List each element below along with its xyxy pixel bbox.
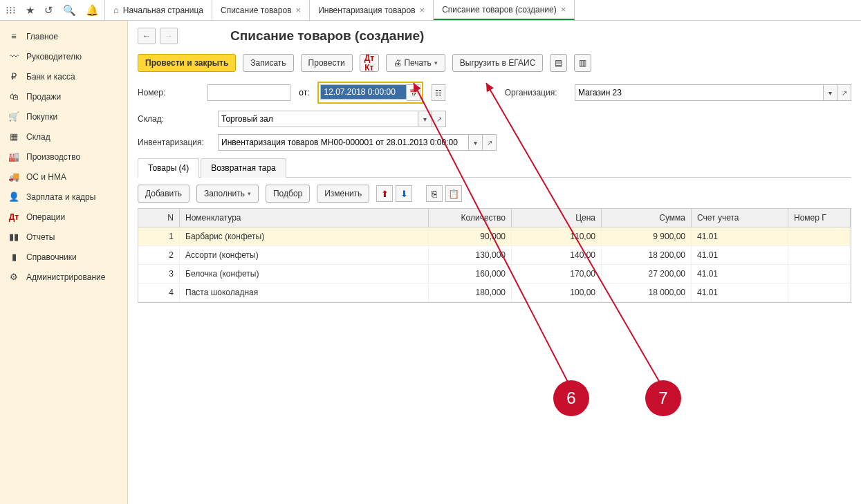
warehouse-input[interactable] bbox=[218, 111, 418, 127]
sidebar-item-label: Главное bbox=[26, 32, 58, 41]
search-icon[interactable]: 🔍 bbox=[63, 4, 76, 17]
nav-forward-button[interactable]: → bbox=[160, 28, 178, 44]
cell-acc: 41.01 bbox=[692, 283, 788, 301]
sidebar-item-purchases[interactable]: 🛒Покупки bbox=[0, 106, 127, 127]
inventory-dropdown-button[interactable]: ▾ bbox=[469, 134, 483, 151]
bag-icon: 🛍 bbox=[8, 91, 19, 102]
edit-button[interactable]: Изменить bbox=[317, 185, 369, 203]
cell-acc: 41.01 bbox=[692, 227, 788, 245]
nav-back-button[interactable]: ← bbox=[138, 28, 156, 44]
inventory-open-button[interactable]: ↗ bbox=[483, 134, 497, 151]
egais-button[interactable]: Выгрузить в ЕГАИС bbox=[452, 54, 544, 72]
sidebar-item-operations[interactable]: ДтОперации bbox=[0, 207, 127, 227]
cell-qty: 160,000 bbox=[429, 265, 512, 283]
cell-sum: 18 200,00 bbox=[602, 246, 692, 264]
org-label: Организация: bbox=[505, 88, 571, 97]
cart-icon: 🛒 bbox=[8, 111, 19, 122]
number-input[interactable] bbox=[207, 84, 290, 101]
sidebar-item-label: ОС и НМА bbox=[26, 172, 66, 182]
move-up-button[interactable]: ⬆ bbox=[376, 185, 393, 202]
sidebar-item-assets[interactable]: 🚚ОС и НМА bbox=[0, 167, 127, 187]
person-icon: 👤 bbox=[8, 192, 19, 202]
tab-writeoff-create[interactable]: Списание товаров (создание) × bbox=[434, 0, 575, 20]
dtk-button[interactable]: ДтКт bbox=[360, 54, 379, 72]
printer-icon: 🖨 bbox=[394, 58, 402, 68]
close-icon[interactable]: × bbox=[296, 5, 302, 15]
col-gtd-header[interactable]: Номер Г bbox=[788, 209, 851, 227]
cell-sum: 18 000,00 bbox=[602, 283, 692, 301]
sidebar-item-main[interactable]: ≡Главное bbox=[0, 26, 127, 46]
sidebar-item-label: Банк и касса bbox=[26, 72, 75, 82]
gear-icon: ⚙ bbox=[8, 272, 19, 282]
fill-button[interactable]: Заполнить▾ bbox=[196, 185, 259, 203]
sidebar-item-label: Зарплата и кадры bbox=[26, 192, 95, 202]
apps-icon[interactable]: ⁝⁝⁝ bbox=[6, 4, 16, 17]
print-button[interactable]: 🖨 Печать▾ bbox=[386, 54, 445, 72]
paste-button[interactable]: 📋 bbox=[445, 185, 462, 202]
warehouse-open-button[interactable]: ↗ bbox=[432, 111, 446, 127]
attach-button[interactable]: ▥ bbox=[574, 54, 591, 72]
grid-icon: ▦ bbox=[8, 131, 19, 142]
move-down-button[interactable]: ⬇ bbox=[396, 185, 412, 202]
pick-button[interactable]: Подбор bbox=[266, 185, 310, 203]
post-button[interactable]: Провести bbox=[301, 54, 353, 72]
cell-qty: 180,000 bbox=[429, 283, 512, 301]
add-button[interactable]: Добавить bbox=[138, 185, 189, 203]
sidebar-item-catalog[interactable]: ▮Справочники bbox=[0, 247, 127, 267]
inventory-input[interactable] bbox=[218, 134, 469, 151]
history-icon[interactable]: ↺ bbox=[44, 4, 53, 17]
fill-label: Заполнить bbox=[204, 189, 245, 198]
col-acc-header[interactable]: Счет учета bbox=[692, 209, 788, 227]
date-extra-button[interactable]: ☷ bbox=[432, 84, 445, 101]
sidebar-item-hr[interactable]: 👤Зарплата и кадры bbox=[0, 187, 127, 207]
tab-label: Списание товаров (создание) bbox=[442, 5, 556, 15]
col-sum-header[interactable]: Сумма bbox=[602, 209, 692, 227]
sidebar-item-production[interactable]: 🏭Производство bbox=[0, 147, 127, 167]
post-close-button[interactable]: Провести и закрыть bbox=[138, 54, 236, 72]
col-nom-header[interactable]: Номенклатура bbox=[180, 209, 429, 227]
calendar-button[interactable]: 📅 bbox=[407, 84, 420, 101]
sidebar-item-manager[interactable]: 〰Руководителю bbox=[0, 46, 127, 66]
doc-tab-goods[interactable]: Товары (4) bbox=[138, 158, 199, 178]
tab-writeoff[interactable]: Списание товаров × bbox=[212, 0, 310, 20]
related-button[interactable]: ▤ bbox=[550, 54, 567, 72]
table-row[interactable]: 1 Барбарис (конфеты) 90,000 110,00 9 900… bbox=[138, 227, 851, 246]
tab-inventory[interactable]: Инвентаризация товаров × bbox=[310, 0, 434, 20]
cell-price: 100,00 bbox=[512, 283, 602, 301]
cell-sum: 9 900,00 bbox=[602, 227, 692, 245]
sidebar-item-label: Продажи bbox=[26, 92, 61, 102]
table-row[interactable]: 3 Белочка (конфеты) 160,000 170,00 27 20… bbox=[138, 265, 851, 283]
book-icon: ▮ bbox=[8, 252, 19, 262]
col-qty-header[interactable]: Количество bbox=[429, 209, 512, 227]
col-price-header[interactable]: Цена bbox=[512, 209, 602, 227]
tab-label: Инвентаризация товаров bbox=[318, 6, 415, 15]
sidebar-item-admin[interactable]: ⚙Администрирование bbox=[0, 267, 127, 287]
record-button[interactable]: Записать bbox=[243, 54, 293, 72]
cell-nom: Ассорти (конфеты) bbox=[180, 246, 429, 264]
copy-button[interactable]: ⎘ bbox=[426, 185, 443, 202]
close-icon[interactable]: × bbox=[561, 4, 566, 15]
notify-icon[interactable]: 🔔 bbox=[86, 4, 99, 17]
ruble-icon: ₽ bbox=[8, 71, 19, 82]
table-row[interactable]: 2 Ассорти (конфеты) 130,000 140,00 18 20… bbox=[138, 246, 851, 265]
sidebar-item-label: Производство bbox=[26, 152, 80, 162]
doc-tab-return[interactable]: Возвратная тара bbox=[201, 158, 286, 178]
org-dropdown-button[interactable]: ▾ bbox=[824, 84, 837, 101]
warehouse-dropdown-button[interactable]: ▾ bbox=[418, 111, 432, 127]
sidebar-item-stock[interactable]: ▦Склад bbox=[0, 127, 127, 147]
cell-nom: Барбарис (конфеты) bbox=[180, 227, 429, 245]
org-input[interactable] bbox=[575, 84, 824, 101]
sidebar-item-sales[interactable]: 🛍Продажи bbox=[0, 86, 127, 106]
sidebar-item-bank[interactable]: ₽Банк и касса bbox=[0, 66, 127, 86]
table-row[interactable]: 4 Паста шоколадная 180,000 100,00 18 000… bbox=[138, 283, 851, 302]
date-input[interactable] bbox=[320, 84, 407, 100]
tab-home[interactable]: ⌂ Начальная страница bbox=[105, 0, 212, 20]
close-icon[interactable]: × bbox=[420, 5, 425, 15]
sidebar-item-label: Справочники bbox=[26, 252, 77, 262]
col-n-header[interactable]: N bbox=[138, 209, 180, 227]
sidebar-item-reports[interactable]: ▮▮Отчеты bbox=[0, 227, 127, 247]
page-title: Списание товаров (создание) bbox=[230, 28, 424, 44]
favorite-icon[interactable]: ★ bbox=[26, 4, 35, 17]
inventory-label: Инвентаризация: bbox=[138, 138, 214, 147]
org-open-button[interactable]: ↗ bbox=[837, 84, 851, 101]
